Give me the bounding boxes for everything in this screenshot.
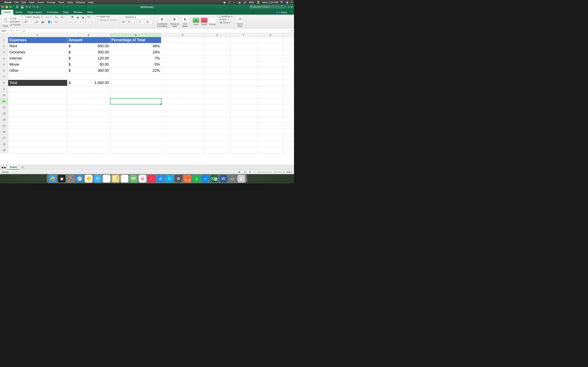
cell[interactable]: Movie [8, 62, 67, 67]
sheet-tab[interactable]: Sheet1 [7, 165, 20, 169]
format-cells-button[interactable]: ⬚ [209, 17, 216, 23]
cell[interactable] [8, 110, 67, 117]
fill-color-button[interactable]: 🪣▾ [47, 20, 53, 24]
dock-notes-icon[interactable]: 📝 [112, 175, 120, 183]
zoom-in-button[interactable]: + [283, 171, 285, 173]
autosum-button[interactable]: ∑ AutoSum ▾ [219, 15, 233, 18]
expand-formula-bar-icon[interactable]: ▾ [290, 29, 294, 32]
cell[interactable] [110, 141, 161, 147]
cell[interactable] [110, 86, 161, 92]
menu-edit[interactable]: Edit [21, 1, 26, 4]
dock-calendar-icon[interactable]: 5 [103, 175, 111, 183]
align-top-button[interactable]: ⬒ [70, 15, 75, 19]
delete-cells-button[interactable]: ⊟ [201, 17, 208, 23]
align-bottom-button[interactable]: ⬓ [81, 15, 85, 19]
cell[interactable] [161, 43, 204, 49]
cell[interactable] [67, 86, 110, 92]
view-normal-icon[interactable]: ▦ [237, 170, 242, 174]
cell[interactable] [110, 104, 161, 110]
cell[interactable] [8, 141, 67, 147]
row-header-3[interactable]: 3 [0, 49, 8, 55]
enter-formula-icon[interactable]: ✓ [20, 29, 22, 32]
cell[interactable] [67, 135, 110, 141]
cell[interactable] [8, 117, 67, 123]
cell[interactable] [204, 135, 231, 141]
menubar-app[interactable]: Excel [4, 1, 11, 4]
copy-button[interactable]: ⧉ Copy ▾ [10, 20, 20, 23]
cell[interactable] [231, 68, 257, 74]
tab-insert[interactable]: Insert [13, 10, 25, 15]
qat-customize-icon[interactable]: ▾ [37, 6, 38, 8]
cell[interactable] [110, 135, 161, 141]
row-header-6[interactable]: 6 [0, 68, 8, 74]
cell[interactable] [161, 110, 204, 117]
feedback-icon[interactable]: ☺ ▾ [287, 5, 292, 8]
cell[interactable] [231, 141, 257, 147]
cell[interactable] [257, 43, 284, 49]
cell[interactable] [257, 135, 284, 141]
dock-teamviewer-icon[interactable]: ↔ [201, 175, 209, 183]
cell[interactable] [257, 49, 284, 55]
tab-home[interactable]: Home [1, 10, 13, 15]
search-sheet-input[interactable]: 🔍▾ Search Sheet [249, 5, 286, 9]
clear-button[interactable]: ⌫ Clear ▾ [219, 21, 230, 24]
battery-icon[interactable]: 🔋 [257, 1, 260, 4]
zoom-value[interactable]: 193% [286, 171, 292, 173]
tab-page-layout[interactable]: Page Layout [25, 10, 44, 15]
cell[interactable] [110, 74, 161, 80]
cell[interactable]: Other [8, 68, 67, 74]
cell[interactable] [257, 98, 284, 104]
cell[interactable] [231, 62, 257, 67]
cell[interactable] [257, 62, 284, 67]
cell[interactable] [161, 117, 204, 123]
attachment-icon[interactable]: ⏀ [228, 1, 231, 4]
wifi-icon[interactable]: ᯤ [233, 1, 236, 4]
cell[interactable]: Internet [8, 55, 67, 61]
tab-review[interactable]: Review [71, 10, 85, 15]
menu-format[interactable]: Format [47, 1, 55, 4]
cell[interactable] [231, 80, 257, 86]
spotlight-icon[interactable]: 🔍 [280, 1, 284, 4]
cell[interactable] [67, 147, 110, 153]
cell[interactable] [110, 110, 161, 117]
paste-button[interactable]: 📋 [2, 16, 9, 24]
add-sheet-button[interactable]: + [21, 166, 25, 169]
cell[interactable] [8, 92, 67, 98]
menu-window[interactable]: Window [76, 1, 85, 4]
row-header-11[interactable]: 11 [0, 98, 8, 104]
cell[interactable] [161, 74, 204, 80]
cell[interactable] [8, 98, 67, 104]
menu-insert[interactable]: Insert [37, 1, 44, 4]
tab-data[interactable]: Data [61, 10, 71, 15]
name-box[interactable]: C11▲▼ [0, 29, 14, 33]
cell[interactable] [257, 74, 284, 80]
cell[interactable] [8, 86, 67, 92]
cell[interactable] [231, 74, 257, 80]
notification-center-icon[interactable]: ≡ [291, 1, 292, 4]
cell[interactable] [204, 98, 231, 104]
cell[interactable] [110, 123, 161, 129]
cell[interactable] [204, 68, 231, 74]
cell[interactable] [67, 110, 110, 117]
currency-button[interactable]: $▾ [121, 20, 126, 24]
eject-icon[interactable]: ⏏ [238, 1, 241, 4]
align-left-button[interactable]: ≡ [68, 20, 72, 24]
col-header-C[interactable]: C [110, 33, 161, 37]
cell[interactable]: $800.00 [67, 43, 110, 49]
cell[interactable] [204, 117, 231, 123]
battery-pct[interactable]: 46% [249, 1, 254, 4]
cell[interactable] [204, 123, 231, 129]
wrap-text-button[interactable]: ↩Wrap Text [97, 15, 110, 18]
cell[interactable] [161, 68, 204, 74]
cell[interactable] [161, 129, 204, 135]
percent-button[interactable]: % [127, 20, 131, 24]
cell[interactable] [161, 98, 204, 104]
cell[interactable] [204, 80, 231, 86]
cell[interactable] [161, 55, 204, 61]
cell[interactable] [204, 110, 231, 117]
format-painter-button[interactable]: 🖌 Format [10, 24, 20, 26]
minimize-window[interactable] [6, 6, 8, 8]
row-header-2[interactable]: 2 [0, 43, 8, 49]
row-header-15[interactable]: 15 [0, 123, 8, 129]
cell[interactable] [257, 80, 284, 86]
